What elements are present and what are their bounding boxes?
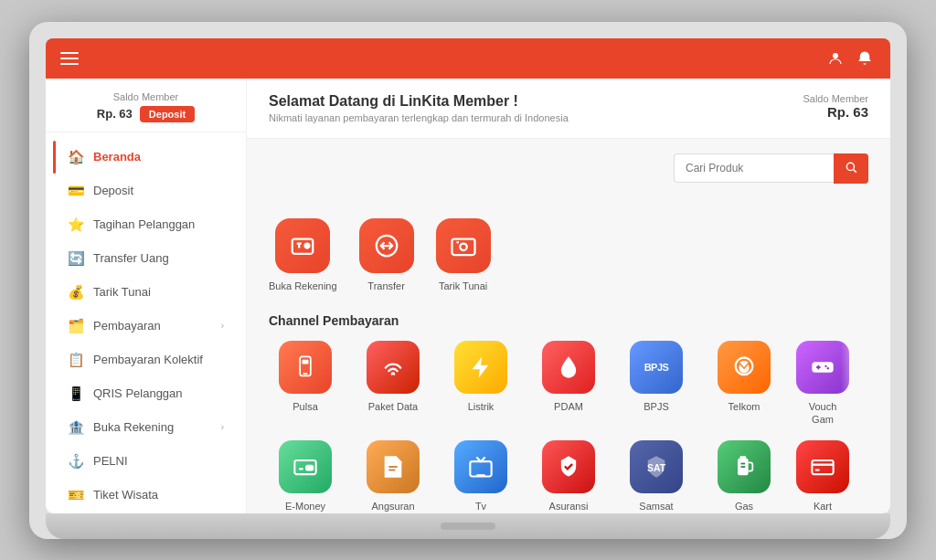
channel-bpjs[interactable]: BPJS BPJS [620, 341, 693, 427]
sidebar-item-pembayaran[interactable]: 🗂️ Pembayaran › [53, 310, 239, 343]
laptop-notch [441, 523, 495, 530]
header-saldo-label: Saldo Member [803, 93, 868, 104]
channel-angsuran[interactable]: Angsuran [356, 440, 430, 512]
qris-icon: 📱 [68, 386, 84, 402]
samsat-icon: SAT [630, 440, 683, 493]
channel-gas[interactable]: Gas [707, 440, 781, 512]
sidebar-label-tiket: Tiket Wisata [93, 488, 158, 502]
sidebar-item-buka-rekening[interactable]: 🏦 Buka Rekening › [53, 411, 239, 444]
paket-data-icon [367, 341, 420, 394]
channel-paket-data[interactable]: Paket Data [356, 341, 430, 427]
top-bar [46, 38, 890, 79]
channel-label-bpjs: BPJS [644, 400, 669, 413]
hamburger-menu[interactable] [60, 52, 79, 65]
gas-icon [718, 440, 771, 493]
sidebar-label-tagihan: Tagihan Pelanggan [93, 217, 195, 231]
welcome-subtitle: Nikmati layanan pembayaran terlengkap da… [269, 112, 569, 123]
svg-point-1 [846, 163, 854, 170]
app-container: Saldo Member Rp. 63 Deposit 🏠 Beranda 💳 [46, 38, 890, 513]
search-input[interactable] [674, 153, 834, 183]
channel-tv[interactable]: TvBerlangganan [444, 440, 517, 512]
svg-text:SAT: SAT [647, 462, 666, 473]
action-transfer[interactable]: Transfer [359, 218, 414, 291]
channel-label-gas: Gas [735, 500, 753, 512]
svg-point-0 [833, 53, 838, 58]
svg-point-15 [824, 365, 826, 366]
kolektif-icon: 📋 [68, 352, 84, 368]
tarik-tunai-action-icon [436, 218, 491, 273]
channel-listrik[interactable]: Listrik [444, 341, 517, 427]
sidebar-item-deposit[interactable]: 💳 Deposit [53, 174, 239, 207]
sidebar-label-rekening: Buka Rekening [93, 420, 174, 434]
content-header-left: Selamat Datang di LinKita Member ! Nikma… [269, 93, 569, 123]
user-icon[interactable] [824, 48, 846, 69]
channel-grid: Pulsa Paket Data [269, 341, 868, 427]
sidebar-header: Saldo Member Rp. 63 Deposit [46, 79, 246, 132]
sidebar-label-qris: QRIS Pelanggan [93, 386, 183, 400]
channel-voucher-game[interactable]: VouchGam [795, 341, 850, 427]
sidebar-item-laporan[interactable]: 📊 Laporan › [53, 512, 239, 513]
sidebar-item-tiket[interactable]: 🎫 Tiket Wisata [53, 479, 239, 512]
sidebar-label-beranda: Beranda [93, 150, 141, 164]
svg-point-4 [305, 243, 310, 248]
sidebar-item-transfer[interactable]: 🔄 Transfer Uang [53, 242, 239, 275]
channel-label-paket-data: Paket Data [368, 400, 418, 413]
tiket-icon: 🎫 [68, 487, 84, 503]
channel-emoney[interactable]: E-Money [269, 440, 342, 512]
notification-icon[interactable] [854, 48, 876, 69]
channel-telkom[interactable]: Telkom [707, 341, 781, 427]
pelni-icon: ⚓ [68, 453, 84, 470]
channel-label-angsuran: Angsuran [371, 500, 414, 512]
channel-pulsa[interactable]: Pulsa [269, 341, 342, 427]
sidebar-label-kolektif: Pembayaran Kolektif [93, 353, 203, 366]
svg-rect-22 [470, 461, 491, 476]
svg-point-16 [827, 367, 829, 369]
laptop-screen: Saldo Member Rp. 63 Deposit 🏠 Beranda 💳 [46, 38, 890, 513]
deposit-button[interactable]: Deposit [140, 106, 195, 122]
angsuran-icon [367, 440, 420, 493]
home-icon: 🏠 [68, 149, 84, 165]
telkom-icon [718, 341, 771, 394]
rekening-icon: 🏦 [68, 419, 84, 436]
channel-kartu-kredit[interactable]: KartKrea [795, 440, 850, 512]
transfer-icon: 🔄 [68, 250, 84, 267]
tv-icon [454, 440, 507, 493]
chevron-right-icon-2: › [221, 422, 224, 432]
tagihan-icon: ⭐ [68, 217, 84, 233]
channel-asuransi[interactable]: Asuransi [532, 440, 605, 512]
sidebar-item-beranda[interactable]: 🏠 Beranda [53, 141, 239, 174]
channel-grid-row2: E-Money Angsuran [269, 440, 868, 512]
welcome-title: Selamat Datang di LinKita Member ! [269, 93, 569, 110]
bpjs-text: BPJS [644, 362, 669, 373]
channel-samsat[interactable]: SAT Samsat [620, 440, 693, 512]
pembayaran-icon: 🗂️ [68, 318, 84, 334]
svg-rect-11 [303, 359, 309, 364]
pdam-icon [542, 341, 595, 394]
channel-pdam[interactable]: PDAM [532, 341, 605, 427]
sidebar-item-qris[interactable]: 📱 QRIS Pelanggan [53, 377, 239, 410]
sidebar-label-tarik: Tarik Tunai [93, 285, 151, 299]
content-area: Selamat Datang di LinKita Member ! Nikma… [247, 79, 890, 513]
action-buka-rekening[interactable]: Buka Rekening [269, 218, 337, 291]
quick-actions: Buka Rekening Transfer [269, 218, 868, 291]
channel-label-tv: TvBerlangganan [450, 500, 513, 512]
sidebar-item-tarik[interactable]: 💰 Tarik Tunai [53, 276, 239, 309]
sidebar: Saldo Member Rp. 63 Deposit 🏠 Beranda 💳 [46, 79, 247, 513]
svg-rect-29 [812, 460, 833, 474]
top-bar-left [60, 52, 79, 65]
sidebar-label-pembayaran: Pembayaran [93, 319, 161, 333]
action-tarik-tunai[interactable]: Tarik Tunai [436, 218, 491, 291]
sidebar-item-pelni[interactable]: ⚓ PELNI [53, 445, 239, 478]
sidebar-item-tagihan[interactable]: ⭐ Tagihan Pelanggan [53, 208, 239, 241]
main-content: Saldo Member Rp. 63 Deposit 🏠 Beranda 💳 [46, 79, 890, 513]
sidebar-label-deposit: Deposit [93, 184, 133, 197]
svg-rect-26 [739, 456, 746, 460]
svg-rect-12 [812, 362, 833, 373]
listrik-icon [454, 341, 507, 394]
emoney-icon [279, 440, 332, 493]
search-button[interactable] [834, 153, 868, 184]
tarik-icon: 💰 [68, 284, 84, 301]
channel-label-listrik: Listrik [468, 400, 495, 413]
channel-label-voucher: VouchGam [809, 400, 837, 427]
sidebar-item-pembayaran-kolektif[interactable]: 📋 Pembayaran Kolektif [53, 343, 239, 376]
